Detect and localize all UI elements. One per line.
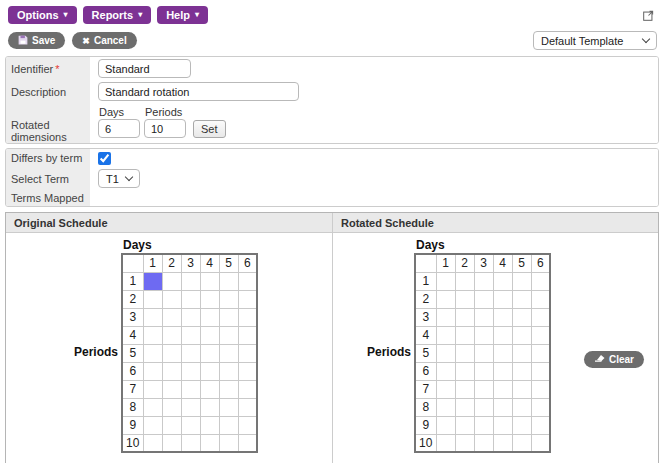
schedule-cell[interactable]	[436, 308, 455, 326]
schedule-cell[interactable]	[531, 416, 550, 434]
schedule-cell[interactable]	[238, 434, 257, 452]
schedule-cell[interactable]	[162, 434, 181, 452]
schedule-cell[interactable]	[162, 290, 181, 308]
schedule-cell[interactable]	[436, 398, 455, 416]
schedule-cell[interactable]	[200, 326, 219, 344]
schedule-cell[interactable]	[531, 308, 550, 326]
schedule-cell[interactable]	[455, 398, 474, 416]
schedule-cell[interactable]	[200, 380, 219, 398]
schedule-cell[interactable]	[181, 362, 200, 380]
schedule-cell[interactable]	[474, 290, 493, 308]
schedule-cell[interactable]	[181, 272, 200, 290]
schedule-cell[interactable]	[181, 398, 200, 416]
schedule-cell[interactable]	[181, 308, 200, 326]
schedule-cell[interactable]	[162, 416, 181, 434]
schedule-cell[interactable]	[181, 416, 200, 434]
schedule-cell[interactable]	[455, 326, 474, 344]
schedule-cell[interactable]	[219, 380, 238, 398]
schedule-cell[interactable]	[238, 308, 257, 326]
schedule-cell[interactable]	[143, 272, 162, 290]
schedule-cell[interactable]	[162, 362, 181, 380]
schedule-cell[interactable]	[238, 290, 257, 308]
identifier-input[interactable]	[98, 59, 191, 78]
schedule-cell[interactable]	[512, 416, 531, 434]
schedule-cell[interactable]	[512, 326, 531, 344]
schedule-cell[interactable]	[455, 416, 474, 434]
schedule-cell[interactable]	[143, 326, 162, 344]
schedule-cell[interactable]	[162, 308, 181, 326]
schedule-cell[interactable]	[200, 416, 219, 434]
schedule-cell[interactable]	[436, 362, 455, 380]
save-button[interactable]: Save	[8, 32, 65, 49]
options-menu-button[interactable]: Options ▾	[8, 6, 77, 24]
schedule-cell[interactable]	[455, 290, 474, 308]
schedule-cell[interactable]	[162, 272, 181, 290]
schedule-cell[interactable]	[436, 380, 455, 398]
help-menu-button[interactable]: Help ▾	[157, 6, 208, 24]
schedule-cell[interactable]	[474, 434, 493, 452]
schedule-cell[interactable]	[219, 362, 238, 380]
template-select[interactable]: Default Template	[533, 31, 657, 50]
schedule-cell[interactable]	[200, 398, 219, 416]
schedule-cell[interactable]	[219, 398, 238, 416]
schedule-cell[interactable]	[455, 344, 474, 362]
schedule-cell[interactable]	[219, 272, 238, 290]
schedule-cell[interactable]	[455, 308, 474, 326]
schedule-cell[interactable]	[531, 344, 550, 362]
schedule-cell[interactable]	[455, 380, 474, 398]
schedule-cell[interactable]	[474, 308, 493, 326]
schedule-cell[interactable]	[493, 290, 512, 308]
schedule-cell[interactable]	[162, 380, 181, 398]
schedule-cell[interactable]	[474, 326, 493, 344]
schedule-cell[interactable]	[143, 434, 162, 452]
schedule-cell[interactable]	[219, 434, 238, 452]
schedule-cell[interactable]	[219, 344, 238, 362]
schedule-cell[interactable]	[455, 272, 474, 290]
schedule-cell[interactable]	[219, 308, 238, 326]
schedule-cell[interactable]	[512, 434, 531, 452]
schedule-cell[interactable]	[474, 272, 493, 290]
schedule-cell[interactable]	[512, 272, 531, 290]
popout-icon[interactable]	[643, 10, 654, 21]
schedule-cell[interactable]	[200, 362, 219, 380]
schedule-cell[interactable]	[238, 380, 257, 398]
schedule-cell[interactable]	[200, 290, 219, 308]
term-select[interactable]: T1	[98, 169, 140, 188]
schedule-cell[interactable]	[531, 272, 550, 290]
schedule-cell[interactable]	[531, 326, 550, 344]
set-button[interactable]: Set	[193, 120, 226, 138]
schedule-cell[interactable]	[436, 272, 455, 290]
schedule-cell[interactable]	[455, 362, 474, 380]
schedule-cell[interactable]	[143, 398, 162, 416]
description-input[interactable]	[98, 82, 299, 101]
schedule-cell[interactable]	[474, 362, 493, 380]
schedule-cell[interactable]	[474, 380, 493, 398]
schedule-cell[interactable]	[436, 434, 455, 452]
schedule-cell[interactable]	[143, 416, 162, 434]
schedule-cell[interactable]	[162, 344, 181, 362]
days-input[interactable]	[98, 119, 140, 138]
schedule-cell[interactable]	[238, 326, 257, 344]
schedule-cell[interactable]	[436, 290, 455, 308]
schedule-cell[interactable]	[162, 398, 181, 416]
schedule-cell[interactable]	[493, 416, 512, 434]
schedule-cell[interactable]	[238, 362, 257, 380]
schedule-cell[interactable]	[531, 362, 550, 380]
clear-button[interactable]: Clear	[584, 351, 644, 368]
schedule-cell[interactable]	[493, 380, 512, 398]
schedule-cell[interactable]	[474, 344, 493, 362]
schedule-cell[interactable]	[512, 380, 531, 398]
differs-by-term-checkbox[interactable]	[98, 152, 111, 165]
schedule-cell[interactable]	[200, 434, 219, 452]
schedule-cell[interactable]	[531, 380, 550, 398]
schedule-cell[interactable]	[493, 398, 512, 416]
schedule-cell[interactable]	[493, 272, 512, 290]
periods-input[interactable]	[144, 119, 186, 138]
schedule-cell[interactable]	[143, 290, 162, 308]
schedule-cell[interactable]	[531, 290, 550, 308]
schedule-cell[interactable]	[219, 290, 238, 308]
reports-menu-button[interactable]: Reports ▾	[83, 6, 152, 24]
schedule-cell[interactable]	[181, 290, 200, 308]
schedule-cell[interactable]	[238, 344, 257, 362]
schedule-cell[interactable]	[238, 398, 257, 416]
